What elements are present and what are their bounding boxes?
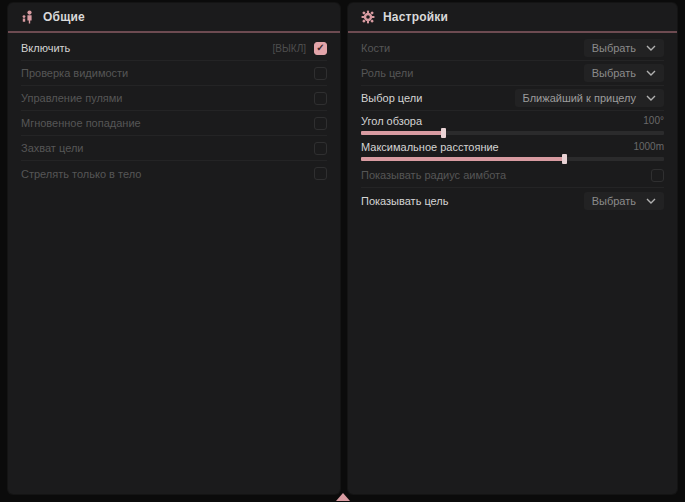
row-target-select: Выбор цели Ближайший к прицелу <box>361 86 664 111</box>
expand-indicator-icon[interactable] <box>336 493 350 501</box>
general-panel-title: Общие <box>43 10 85 24</box>
target-lock-label: Захват цели <box>21 142 83 154</box>
target-lock-checkbox[interactable]: ✓ <box>314 142 327 155</box>
general-panel: Общие Включить [ВЫКЛ] ✓ Проверка видимос… <box>8 3 340 494</box>
show-target-dropdown-value: Выбрать <box>592 195 636 207</box>
show-aimbot-radius-label: Показывать радиус аимбота <box>361 169 506 181</box>
target-role-dropdown[interactable]: Выбрать <box>584 64 664 82</box>
fov-slider-handle[interactable] <box>441 128 446 138</box>
max-distance-label: Максимальное расстояние <box>361 141 499 153</box>
bullet-control-label: Управление пулями <box>21 92 123 104</box>
fov-label: Угол обзора <box>361 115 422 127</box>
row-bones: Кости Выбрать <box>361 36 664 61</box>
body-only-label: Стрелять только в тело <box>21 168 141 180</box>
target-role-dropdown-value: Выбрать <box>592 67 636 79</box>
chevron-down-icon <box>646 95 656 101</box>
target-select-dropdown[interactable]: Ближайший к прицелу <box>515 89 664 107</box>
show-target-label: Показывать цель <box>361 195 449 207</box>
row-enable: Включить [ВЫКЛ] ✓ <box>21 36 327 61</box>
row-target-lock: Захват цели ✓ <box>21 136 327 161</box>
aimbot-person-icon <box>21 10 35 24</box>
chevron-down-icon <box>646 45 656 51</box>
gear-icon <box>361 10 375 24</box>
max-distance-slider-fill <box>361 157 564 161</box>
enable-label: Включить <box>21 42 70 54</box>
general-panel-header: Общие <box>8 3 340 31</box>
row-instant-hit: Мгновенное попадание ✓ <box>21 111 327 136</box>
instant-hit-checkbox[interactable]: ✓ <box>314 117 327 130</box>
settings-panel-title: Настройки <box>383 10 448 24</box>
max-distance-slider[interactable] <box>361 157 664 161</box>
checkmark-icon: ✓ <box>316 43 324 53</box>
instant-hit-label: Мгновенное попадание <box>21 117 141 129</box>
settings-panel-header: Настройки <box>348 3 677 31</box>
visibility-check-checkbox[interactable]: ✓ <box>314 67 327 80</box>
row-show-target: Показывать цель Выбрать <box>361 188 664 213</box>
max-distance-slider-handle[interactable] <box>562 154 567 164</box>
bones-label: Кости <box>361 42 390 54</box>
chevron-down-icon <box>646 198 656 204</box>
target-select-dropdown-value: Ближайший к прицелу <box>523 92 636 104</box>
chevron-down-icon <box>646 70 656 76</box>
row-bullet-control: Управление пулями ✓ <box>21 86 327 111</box>
fov-slider-fill <box>361 131 443 135</box>
row-fov: Угол обзора 100° <box>361 111 664 137</box>
fov-value: 100° <box>643 115 664 126</box>
fov-slider[interactable] <box>361 131 664 135</box>
general-rows: Включить [ВЫКЛ] ✓ Проверка видимости ✓ У… <box>8 33 340 186</box>
row-max-distance: Максимальное расстояние 1000m <box>361 137 664 163</box>
bones-dropdown-value: Выбрать <box>592 42 636 54</box>
settings-panel: Настройки Кости Выбрать Роль цели Выбрат… <box>348 3 677 494</box>
row-target-role: Роль цели Выбрать <box>361 61 664 86</box>
enable-hotkey-state: [ВЫКЛ] <box>273 43 306 54</box>
target-select-label: Выбор цели <box>361 92 422 104</box>
bones-dropdown[interactable]: Выбрать <box>584 39 664 57</box>
row-show-aimbot-radius: Показывать радиус аимбота ✓ <box>361 163 664 188</box>
max-distance-value: 1000m <box>633 141 664 152</box>
show-target-dropdown[interactable]: Выбрать <box>584 192 664 210</box>
enable-checkbox[interactable]: ✓ <box>314 42 327 55</box>
bullet-control-checkbox[interactable]: ✓ <box>314 92 327 105</box>
target-role-label: Роль цели <box>361 67 413 79</box>
visibility-check-label: Проверка видимости <box>21 67 128 79</box>
show-aimbot-radius-checkbox[interactable]: ✓ <box>651 169 664 182</box>
row-visibility-check: Проверка видимости ✓ <box>21 61 327 86</box>
row-body-only: Стрелять только в тело ✓ <box>21 161 327 186</box>
body-only-checkbox[interactable]: ✓ <box>314 167 327 180</box>
settings-rows: Кости Выбрать Роль цели Выбрать Выбор це… <box>348 33 677 213</box>
